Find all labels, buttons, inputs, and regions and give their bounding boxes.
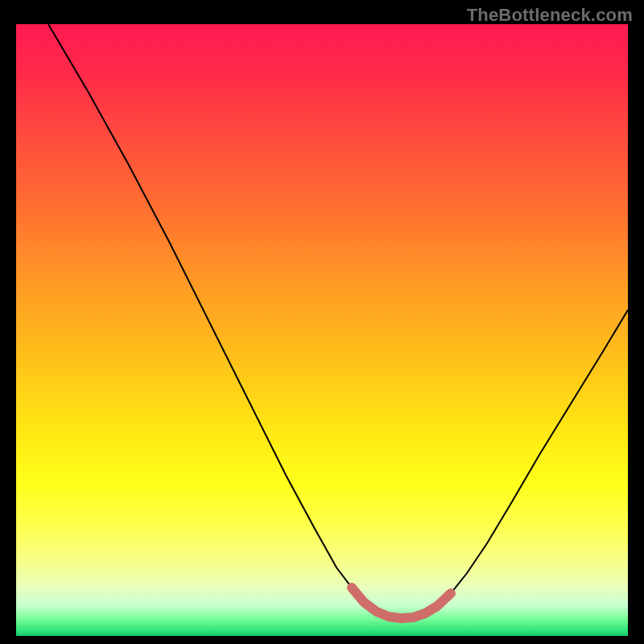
curve-svg (16, 24, 628, 636)
chart-frame: TheBottleneck.com (0, 0, 644, 644)
watermark-text: TheBottleneck.com (467, 5, 633, 26)
highlight-segment (352, 588, 451, 618)
plot-area (16, 24, 628, 636)
main-curve (48, 24, 628, 618)
